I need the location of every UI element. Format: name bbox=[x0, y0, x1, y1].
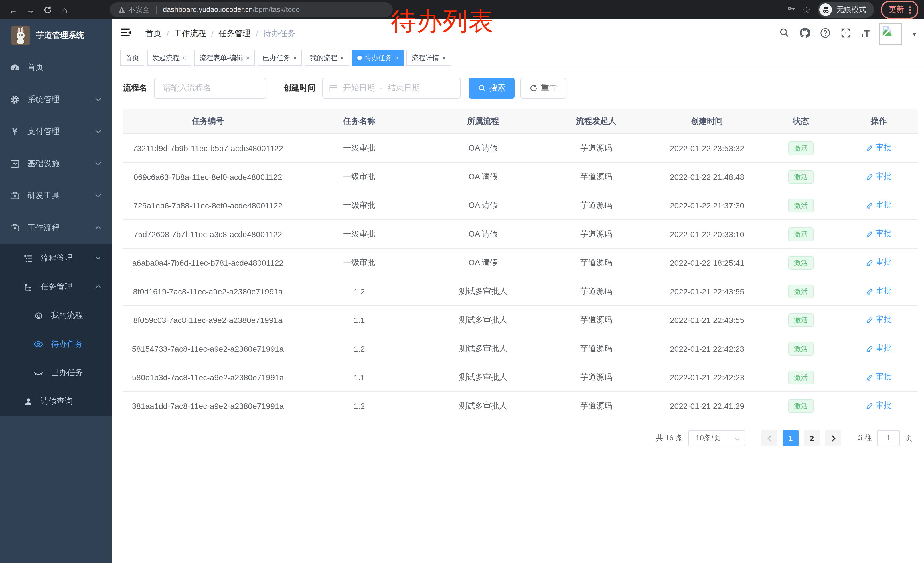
font-size-icon[interactable]: TT bbox=[861, 29, 870, 38]
search-icon[interactable] bbox=[779, 27, 789, 40]
header-actions: TT ▼ bbox=[779, 23, 917, 45]
approve-link[interactable]: 审批 bbox=[866, 401, 892, 411]
sidebar-item-process-mgmt[interactable]: 流程管理 bbox=[0, 244, 112, 273]
approve-link[interactable]: 审批 bbox=[866, 343, 892, 354]
col-create-time: 创建时间 bbox=[652, 110, 762, 134]
tag[interactable]: 流程表单-编辑 × bbox=[194, 50, 255, 66]
cell-starter: 芋道源码 bbox=[540, 306, 652, 334]
url-text: dashboard.yudao.iocoder.cn/bpm/task/todo bbox=[163, 6, 300, 14]
user-menu-caret-icon[interactable]: ▼ bbox=[911, 31, 917, 37]
approve-label: 审批 bbox=[876, 315, 892, 325]
reload-icon[interactable] bbox=[40, 2, 55, 17]
help-icon[interactable] bbox=[820, 27, 831, 41]
approve-link[interactable]: 审批 bbox=[866, 229, 892, 239]
bookmark-star-icon[interactable]: ☆ bbox=[802, 4, 811, 15]
update-button[interactable]: 更新 bbox=[881, 1, 918, 19]
collapse-sidebar-icon[interactable] bbox=[120, 27, 132, 40]
tags-view: 首页 × 发起流程 × 流程表单-编辑 × bbox=[112, 48, 924, 68]
status-badge: 激活 bbox=[788, 399, 813, 413]
sidebar-item-my-process[interactable]: 我的流程 bbox=[0, 301, 112, 330]
prev-page-button[interactable] bbox=[761, 430, 777, 446]
security-warning[interactable]: 不安全 bbox=[118, 5, 150, 15]
cell-process: OA 请假 bbox=[426, 162, 540, 191]
approve-link[interactable]: 审批 bbox=[866, 286, 892, 296]
close-icon[interactable]: × bbox=[293, 54, 297, 61]
search-button[interactable]: 搜索 bbox=[469, 78, 514, 99]
cell-task-name: 一级审批 bbox=[292, 134, 426, 162]
sidebar-item-label: 我的流程 bbox=[51, 311, 83, 321]
breadcrumb-task-mgmt[interactable]: 任务管理 bbox=[219, 29, 251, 39]
goto-page-input[interactable]: 1 bbox=[877, 430, 900, 446]
sidebar-item-infra[interactable]: 基础设施 bbox=[0, 148, 112, 180]
avatar[interactable] bbox=[879, 23, 902, 45]
close-icon[interactable]: × bbox=[340, 54, 344, 61]
sidebar-item-payment[interactable]: ¥ 支付管理 bbox=[0, 116, 112, 148]
cell-process: OA 请假 bbox=[426, 134, 540, 162]
process-name-input[interactable]: 请输入流程名 bbox=[154, 78, 266, 99]
tag[interactable]: 流程详情 × bbox=[406, 50, 451, 66]
browser-menu-icon[interactable] bbox=[909, 6, 911, 14]
approve-link[interactable]: 审批 bbox=[866, 200, 892, 210]
cell-task-id: a6aba0a4-7b6d-11ec-b781-acde48001122 bbox=[123, 248, 292, 277]
cell-task-name: 一级审批 bbox=[292, 220, 426, 248]
close-icon[interactable]: × bbox=[442, 54, 446, 61]
cell-create-time: 2022-01-21 22:42:23 bbox=[652, 334, 762, 363]
approve-link[interactable]: 审批 bbox=[866, 143, 892, 153]
cell-process: OA 请假 bbox=[426, 248, 540, 277]
breadcrumb-workflow[interactable]: 工作流程 bbox=[174, 29, 206, 39]
sidebar-item-home[interactable]: 首页 bbox=[0, 51, 112, 84]
sidebar-item-todo-tasks[interactable]: 待办任务 bbox=[0, 330, 112, 359]
cell-starter: 芋道源码 bbox=[540, 277, 652, 306]
cell-task-name: 1.1 bbox=[292, 306, 426, 334]
date-range-picker[interactable]: 开始日期 - 结束日期 bbox=[322, 78, 461, 99]
cell-create-time: 2022-01-22 20:33:10 bbox=[652, 220, 762, 248]
close-icon[interactable]: × bbox=[395, 54, 399, 61]
tag[interactable]: 待办任务 × bbox=[352, 50, 404, 66]
github-icon[interactable] bbox=[799, 27, 810, 41]
address-bar[interactable]: 不安全 dashboard.yudao.iocoder.cn/bpm/task/… bbox=[110, 2, 393, 17]
close-icon[interactable]: × bbox=[183, 54, 186, 61]
password-key-icon[interactable] bbox=[786, 4, 795, 16]
approve-label: 审批 bbox=[876, 229, 892, 239]
approve-link[interactable]: 审批 bbox=[866, 372, 892, 382]
approve-link[interactable]: 审批 bbox=[866, 257, 892, 268]
cell-starter: 芋道源码 bbox=[540, 134, 652, 162]
next-page-button[interactable] bbox=[825, 430, 841, 446]
cell-starter: 芋道源码 bbox=[540, 162, 652, 191]
sidebar-item-system[interactable]: 系统管理 bbox=[0, 84, 112, 116]
sidebar-item-done-tasks[interactable]: 已办任务 bbox=[0, 359, 112, 387]
cell-task-name: 1.2 bbox=[292, 277, 426, 306]
table-row: a6aba0a4-7b6d-11ec-b781-acde48001122 一级审… bbox=[123, 248, 918, 277]
page-button-1[interactable]: 1 bbox=[783, 430, 799, 446]
page-button-2[interactable]: 2 bbox=[804, 430, 820, 446]
edit-pen-icon bbox=[866, 173, 873, 180]
tag[interactable]: 已办任务 × bbox=[258, 50, 302, 66]
cell-create-time: 2022-01-21 22:41:29 bbox=[652, 392, 762, 420]
fullscreen-icon[interactable] bbox=[840, 27, 851, 41]
breadcrumb-home[interactable]: 首页 bbox=[146, 29, 162, 39]
tag[interactable]: 我的流程 × bbox=[305, 50, 349, 66]
home-icon[interactable]: ⌂ bbox=[57, 2, 72, 17]
chevron-up-icon bbox=[95, 285, 101, 289]
chevron-down-icon bbox=[95, 256, 101, 260]
approve-link[interactable]: 审批 bbox=[866, 171, 892, 182]
back-icon[interactable]: ← bbox=[6, 2, 21, 17]
forward-icon[interactable]: → bbox=[23, 2, 38, 17]
approve-label: 审批 bbox=[876, 171, 892, 182]
page-size-select[interactable]: 10条/页 bbox=[688, 430, 746, 446]
app-header: 首页 / 工作流程 / 任务管理 / 待办任务 TT bbox=[112, 20, 924, 48]
sidebar-item-devtools[interactable]: 研发工具 bbox=[0, 180, 112, 212]
sidebar-item-task-mgmt[interactable]: 任务管理 bbox=[0, 273, 112, 301]
close-icon[interactable]: × bbox=[246, 54, 250, 61]
approve-link[interactable]: 审批 bbox=[866, 315, 892, 325]
sidebar-item-workflow[interactable]: 工作流程 bbox=[0, 212, 112, 244]
incognito-icon bbox=[819, 3, 832, 16]
range-separator: - bbox=[380, 84, 383, 93]
logo-row[interactable]: 芋道管理系统 bbox=[0, 20, 112, 51]
reset-button[interactable]: 重置 bbox=[520, 78, 566, 99]
tag[interactable]: 首页 × bbox=[120, 50, 144, 66]
tag[interactable]: 发起流程 × bbox=[147, 50, 192, 66]
table-row: 75d72608-7b7f-11ec-a3c8-acde48001122 一级审… bbox=[123, 220, 918, 248]
search-icon bbox=[478, 84, 486, 92]
sidebar-item-leave-query[interactable]: 请假查询 bbox=[0, 387, 112, 416]
